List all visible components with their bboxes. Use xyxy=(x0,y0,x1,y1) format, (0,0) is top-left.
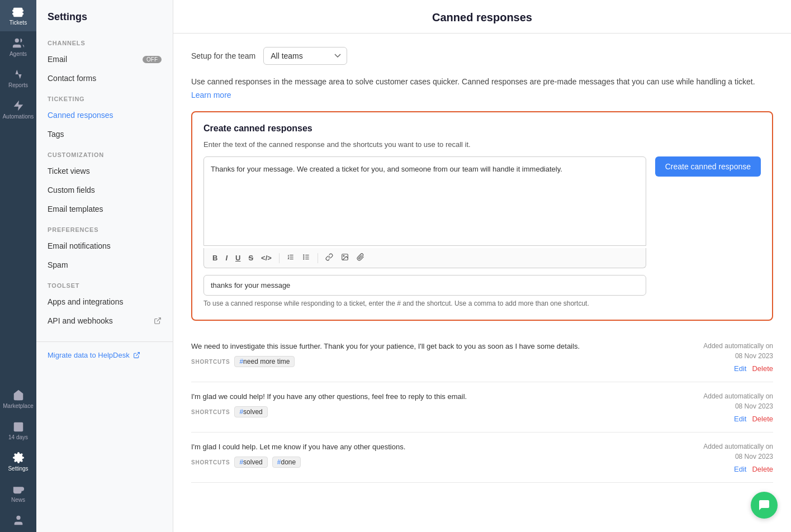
sidebar-footer: Migrate data to HelpDesk xyxy=(36,341,173,368)
sidebar-item-ticket-views[interactable]: Ticket views xyxy=(36,162,173,180)
toolbar-bold[interactable]: B xyxy=(210,252,220,264)
main-body: Setup for the team All teams Team A Team… xyxy=(173,34,791,496)
meta-actions-3: Edit Delete xyxy=(684,465,773,473)
nav-item-agents[interactable]: Agents xyxy=(0,31,36,63)
nav-item-news[interactable]: News xyxy=(0,477,36,509)
canned-response-item: We need to investigate this issue furthe… xyxy=(191,332,773,382)
sidebar-item-contact-forms[interactable]: Contact forms xyxy=(36,69,173,88)
section-label-customization: CUSTOMIZATION xyxy=(36,144,173,162)
shortcuts-row-1: SHORTCUTS #need more time xyxy=(191,356,672,367)
migrate-link[interactable]: Migrate data to HelpDesk xyxy=(48,351,162,359)
meta-actions-1: Edit Delete xyxy=(684,364,773,373)
canned-meta-3: Added automatically on 08 Nov 2023 Edit … xyxy=(684,441,773,473)
email-badge: OFF xyxy=(143,56,162,63)
info-text: Use canned responses in the message area… xyxy=(191,76,773,88)
nav-item-settings[interactable]: Settings xyxy=(0,446,36,477)
toolbar-sep-1 xyxy=(279,253,280,263)
create-box-title: Create canned responses xyxy=(203,124,761,134)
toolbar-strikethrough[interactable]: S xyxy=(245,252,256,264)
nav-item-profile[interactable] xyxy=(0,509,36,532)
shortcut-input[interactable] xyxy=(203,275,646,296)
shortcut-tag-1-0: #need more time xyxy=(234,356,295,367)
nav-item-trial[interactable]: 14 days xyxy=(0,415,36,446)
canned-response-item: I'm glad I could help. Let me know if yo… xyxy=(191,433,773,483)
edit-link-1[interactable]: Edit xyxy=(734,364,746,373)
nav-label-trial: 14 days xyxy=(8,434,28,440)
section-label-channels: CHANNELS xyxy=(36,32,173,50)
sidebar-item-spam[interactable]: Spam xyxy=(36,255,173,274)
sidebar-item-email-notifications[interactable]: Email notifications xyxy=(36,236,173,255)
section-label-toolset: TOOLSET xyxy=(36,274,173,292)
nav-label-automations: Automations xyxy=(3,113,34,120)
shortcuts-label-1: SHORTCUTS xyxy=(191,359,230,365)
nav-item-automations[interactable]: Automations xyxy=(0,94,36,125)
sidebar-title: Settings xyxy=(36,11,173,32)
toolbar-italic[interactable]: I xyxy=(222,252,230,264)
meta-actions-2: Edit Delete xyxy=(684,415,773,423)
sidebar-item-email-templates[interactable]: Email templates xyxy=(36,200,173,218)
toolbar-link[interactable] xyxy=(323,251,336,264)
toolbar-ordered-list[interactable] xyxy=(284,251,297,264)
canned-responses-list: We need to investigate this issue furthe… xyxy=(191,332,773,483)
canned-text-3: I'm glad I could help. Let me know if yo… xyxy=(191,441,672,453)
shortcut-hint: To use a canned response while respondin… xyxy=(203,299,646,308)
nav-label-reports: Reports xyxy=(8,82,28,88)
edit-link-3[interactable]: Edit xyxy=(734,465,746,473)
svg-rect-1 xyxy=(13,422,23,432)
svg-point-17 xyxy=(304,259,304,259)
text-toolbar: B I U S </> xyxy=(203,248,646,268)
settings-sidebar: Settings CHANNELS Email OFF Contact form… xyxy=(36,0,173,532)
section-label-ticketing: TICKETING xyxy=(36,88,173,106)
create-box-desc: Enter the text of the canned response an… xyxy=(203,140,761,149)
toolbar-image[interactable] xyxy=(338,251,352,264)
team-selector-label: Setup for the team xyxy=(191,51,255,60)
sidebar-item-canned-responses[interactable]: Canned responses xyxy=(36,106,173,125)
canned-text-2: I'm glad we could help! If you have any … xyxy=(191,391,672,402)
text-area-wrapper: Thanks for your message. We created a ti… xyxy=(203,156,646,308)
sidebar-item-tags[interactable]: Tags xyxy=(36,125,173,144)
delete-link-2[interactable]: Delete xyxy=(752,415,773,423)
toolbar-underline[interactable]: U xyxy=(233,252,243,264)
toolbar-unordered-list[interactable] xyxy=(300,251,313,264)
shortcuts-label-3: SHORTCUTS xyxy=(191,459,230,466)
meta-date-3: Added automatically on 08 Nov 2023 xyxy=(684,441,773,462)
team-selector-dropdown[interactable]: All teams Team A Team B xyxy=(263,47,347,65)
svg-point-16 xyxy=(304,256,304,257)
meta-date-1: Added automatically on 08 Nov 2023 xyxy=(684,341,773,361)
toolbar-attach[interactable] xyxy=(354,251,367,264)
nav-item-tickets[interactable]: Tickets xyxy=(0,0,36,31)
nav-label-settings: Settings xyxy=(8,466,28,472)
meta-date-2: Added automatically on 08 Nov 2023 xyxy=(684,391,773,411)
canned-response-item: I'm glad we could help! If you have any … xyxy=(191,382,773,433)
toolbar-code[interactable]: </> xyxy=(258,252,274,264)
shortcuts-row-2: SHORTCUTS #solved xyxy=(191,406,672,417)
svg-line-8 xyxy=(136,353,139,356)
edit-link-2[interactable]: Edit xyxy=(734,415,746,423)
delete-link-3[interactable]: Delete xyxy=(752,465,773,473)
canned-content-2: I'm glad we could help! If you have any … xyxy=(191,391,672,418)
canned-response-textarea[interactable]: Thanks for your message. We created a ti… xyxy=(203,156,646,246)
shortcut-tag-2-0: #solved xyxy=(234,406,267,417)
sidebar-item-email[interactable]: Email OFF xyxy=(36,50,173,69)
canned-content-1: We need to investigate this issue furthe… xyxy=(191,341,672,368)
svg-point-6 xyxy=(16,516,20,520)
svg-line-7 xyxy=(157,318,160,321)
create-box-row: Thanks for your message. We created a ti… xyxy=(203,156,761,308)
learn-more-link[interactable]: Learn more xyxy=(191,91,231,99)
sidebar-item-apps-integrations[interactable]: Apps and integrations xyxy=(36,292,173,311)
chat-bubble-button[interactable] xyxy=(751,492,778,519)
create-canned-response-button[interactable]: Create canned response xyxy=(655,156,761,177)
sidebar-item-api-webhooks[interactable]: API and webhooks xyxy=(36,311,173,330)
section-label-preferences: PREFERENCES xyxy=(36,218,173,236)
toolbar-sep-2 xyxy=(318,253,318,263)
canned-meta-2: Added automatically on 08 Nov 2023 Edit … xyxy=(684,391,773,423)
sidebar-item-custom-fields[interactable]: Custom fields xyxy=(36,180,173,200)
main-header: Canned responses xyxy=(173,0,791,34)
delete-link-1[interactable]: Delete xyxy=(752,364,773,373)
nav-label-news: News xyxy=(11,497,25,503)
nav-item-marketplace[interactable]: Marketplace xyxy=(0,383,36,415)
shortcut-tag-3-1: #done xyxy=(272,457,301,468)
nav-item-reports[interactable]: Reports xyxy=(0,63,36,94)
chat-icon xyxy=(757,498,771,512)
canned-text-1: We need to investigate this issue furthe… xyxy=(191,341,672,352)
